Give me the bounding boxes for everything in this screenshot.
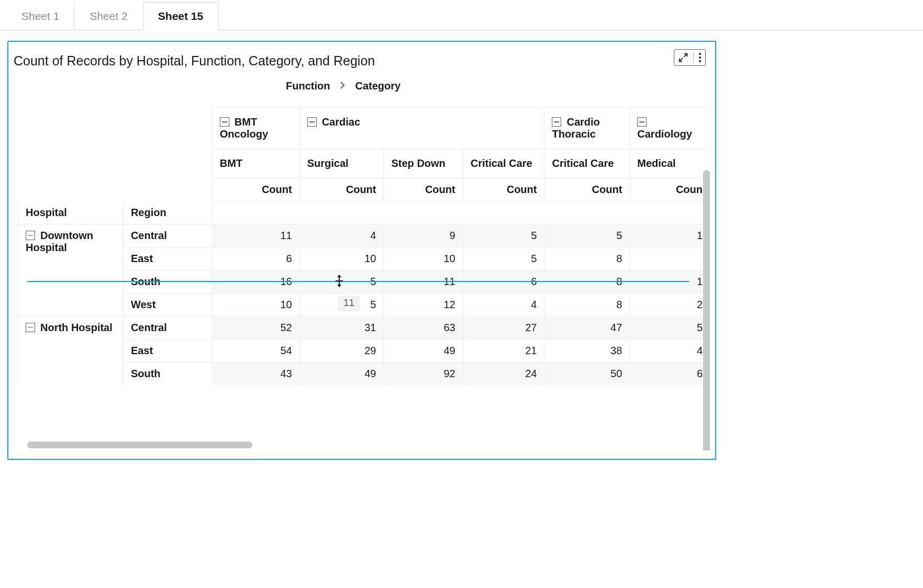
data-cell: 9 (384, 224, 463, 247)
pivot-table-container: BMT Oncology Cardiac Cardio Thoracic Car… (18, 107, 710, 450)
data-cell: 27 (463, 316, 544, 339)
data-cell: 5 (544, 224, 630, 247)
data-cell: 24 (463, 362, 544, 385)
data-cell: 6 (630, 362, 710, 385)
tab-sheet-1[interactable]: Sheet 1 (6, 2, 74, 30)
region-cell[interactable]: East (123, 247, 212, 270)
data-cell: 4 (463, 293, 544, 316)
data-cell: 10 (212, 293, 299, 316)
func-cardiac[interactable]: Cardiac (299, 108, 544, 149)
data-cell: 1 (630, 224, 710, 247)
data-cell: 8 (544, 293, 630, 316)
table-row: Downtown Hospital Central 11 4 9 5 5 1 (18, 224, 710, 247)
measure-count: Coun (630, 178, 710, 201)
data-cell: 5 (463, 224, 544, 247)
data-cell: 52 (212, 316, 299, 339)
cat-bmt[interactable]: BMT (212, 149, 299, 178)
svg-rect-3 (336, 280, 343, 281)
breadcrumb-category[interactable]: Category (355, 80, 401, 92)
data-cell: 5 (630, 316, 710, 339)
sheet-tabs: Sheet 1 Sheet 2 Sheet 15 (0, 0, 923, 30)
func-label: Cardiac (322, 116, 360, 128)
tab-sheet-2[interactable]: Sheet 2 (74, 2, 142, 30)
svg-point-1 (699, 56, 701, 59)
cat-medical[interactable]: Medical (630, 149, 710, 178)
func-label: Cardiology (637, 128, 692, 140)
data-cell: 49 (299, 362, 384, 385)
row-resize-line[interactable] (27, 281, 689, 282)
row-dim-labels: Hospital Region (18, 201, 710, 224)
hospital-label: Downtown Hospital (26, 230, 93, 253)
measure-count: Count (212, 178, 299, 201)
cat-step-down[interactable]: Step Down (384, 149, 463, 178)
data-cell: 31 (299, 316, 384, 339)
measure-count: Count (384, 178, 463, 201)
data-cell: 21 (463, 339, 544, 362)
data-cell: 11 (212, 224, 299, 247)
data-cell: 8 (544, 247, 630, 270)
minus-icon[interactable] (637, 117, 647, 127)
dim-region[interactable]: Region (123, 201, 212, 224)
column-breadcrumb: Function Category (8, 80, 715, 92)
pivot-table: BMT Oncology Cardiac Cardio Thoracic Car… (18, 107, 710, 385)
minus-icon[interactable] (26, 323, 35, 332)
minus-icon[interactable] (307, 117, 317, 127)
hospital-cell[interactable]: North Hospital (18, 316, 124, 385)
region-cell[interactable]: West (123, 293, 212, 316)
data-cell: 29 (299, 339, 384, 362)
minus-icon[interactable] (220, 117, 229, 127)
toolbar-separator (693, 52, 694, 63)
visual-title: Count of Records by Hospital, Function, … (8, 42, 715, 80)
measure-count: Count (544, 178, 630, 201)
data-cell: 10 (299, 247, 384, 270)
data-cell: 92 (384, 362, 463, 385)
measure-count: Count (463, 178, 544, 201)
data-cell: 4 (630, 339, 710, 362)
vertical-scrollbar[interactable] (703, 170, 710, 450)
region-cell[interactable]: South (123, 362, 212, 385)
minus-icon[interactable] (552, 117, 561, 127)
horizontal-scrollbar[interactable] (27, 442, 252, 448)
breadcrumb-function[interactable]: Function (286, 80, 330, 92)
expand-icon[interactable] (677, 52, 689, 63)
data-cell: 12 (384, 293, 463, 316)
data-cell: 63 (384, 316, 463, 339)
hospital-cell[interactable]: Downtown Hospital (18, 224, 124, 316)
svg-point-0 (699, 53, 701, 55)
chevron-right-icon (339, 81, 346, 92)
svg-point-2 (699, 60, 701, 62)
region-cell[interactable]: East (123, 339, 212, 362)
hospital-label: North Hospital (40, 322, 113, 333)
cat-surgical[interactable]: Surgical (299, 149, 384, 178)
data-cell: 2 (630, 293, 710, 316)
visual-panel: Count of Records by Hospital, Function, … (7, 41, 716, 460)
data-cell: 49 (384, 339, 463, 362)
cat-critical-care-2[interactable]: Critical Care (544, 149, 630, 178)
data-cell: 50 (544, 362, 630, 385)
visual-toolbar (674, 49, 706, 66)
row-resize-cursor-icon (331, 273, 348, 289)
measure-count: Count (299, 178, 384, 201)
cat-critical-care[interactable]: Critical Care (463, 149, 544, 178)
func-cardio-thoracic[interactable]: Cardio Thoracic (544, 108, 630, 149)
func-bmt-oncology[interactable]: BMT Oncology (212, 108, 299, 149)
table-row: North Hospital Central 52 31 63 27 47 5 (18, 316, 710, 339)
data-cell: 4 (299, 224, 384, 247)
resize-tooltip: 11 (338, 296, 360, 310)
header-row-function: BMT Oncology Cardiac Cardio Thoracic Car… (18, 108, 710, 149)
func-cardiology[interactable]: Cardiology (630, 108, 710, 149)
data-cell: 47 (544, 316, 630, 339)
data-cell (630, 247, 710, 270)
region-cell[interactable]: Central (123, 224, 212, 247)
data-cell: 10 (384, 247, 463, 270)
more-icon[interactable] (698, 52, 702, 63)
tab-sheet-15[interactable]: Sheet 15 (143, 2, 218, 30)
data-cell: 43 (212, 362, 299, 385)
dim-hospital[interactable]: Hospital (18, 201, 124, 224)
data-cell: 6 (212, 247, 299, 270)
region-cell[interactable]: Central (123, 316, 212, 339)
data-cell: 54 (212, 339, 299, 362)
data-cell: 5 (463, 247, 544, 270)
data-cell: 38 (544, 339, 630, 362)
minus-icon[interactable] (26, 231, 35, 240)
